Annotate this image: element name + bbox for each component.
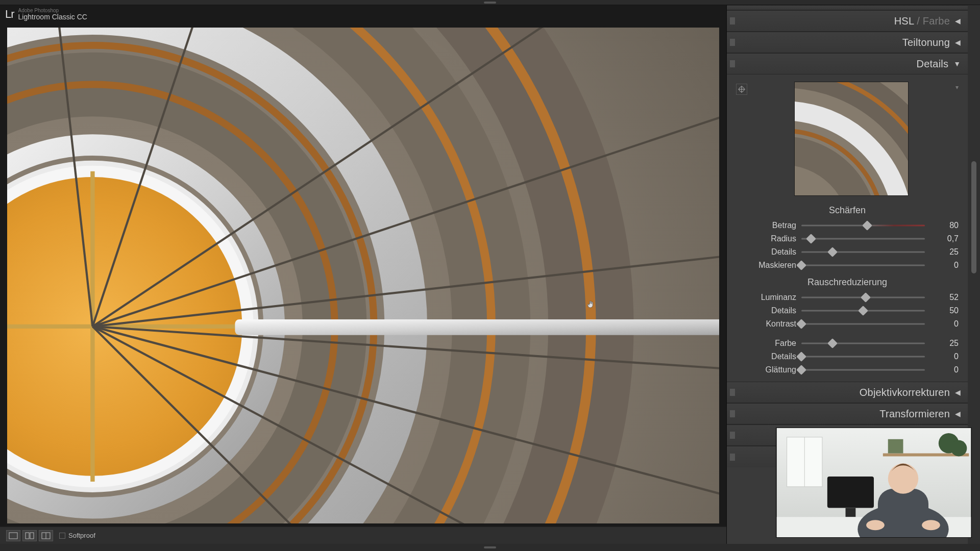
view-compare-button[interactable] [39, 530, 53, 541]
photo-preview [7, 28, 719, 523]
slider-label: Kontrast [736, 319, 796, 329]
panel-toggle-switch[interactable] [730, 389, 735, 396]
svg-rect-50 [878, 489, 928, 529]
collapse-icon: ◀ [955, 388, 961, 396]
panel-hsl-header[interactable]: HSL / Farbe ◀ [727, 10, 968, 32]
slider-label: Radius [736, 234, 796, 243]
noise-smooth-slider[interactable]: Glättung 0 [736, 363, 959, 377]
slider-label: Details [736, 306, 796, 315]
hand-cursor-icon [587, 300, 595, 309]
svg-rect-27 [30, 533, 34, 539]
slider-label: Betrag [736, 221, 796, 230]
svg-point-45 [951, 440, 967, 457]
app-brand: Lr Adobe Photoshop Lightroom Classic CC [0, 5, 726, 23]
hsl-label: HSL [894, 15, 914, 27]
detail-preview[interactable] [794, 82, 909, 196]
slider-value[interactable]: 0 [930, 261, 959, 270]
bottom-grip[interactable] [0, 544, 980, 551]
splittoning-label: Teiltonung [902, 37, 950, 48]
noise-luminance-slider[interactable]: Luminanz 52 [736, 291, 959, 304]
panel-splittoning-header[interactable]: Teiltonung ◀ [727, 32, 968, 53]
top-grip[interactable] [0, 0, 980, 5]
image-canvas[interactable] [7, 28, 719, 523]
collapse-icon: ◀ [955, 410, 961, 418]
view-split-button[interactable] [22, 530, 37, 541]
slider-value[interactable]: 52 [930, 293, 959, 302]
svg-rect-24 [235, 319, 719, 335]
svg-point-51 [888, 463, 918, 493]
noise-color-slider[interactable]: Farbe 25 [736, 337, 959, 350]
details-label: Details [917, 58, 949, 70]
softproof-checkbox[interactable] [59, 533, 65, 539]
farbe-label: Farbe [923, 15, 950, 27]
svg-rect-43 [888, 439, 903, 454]
sharpen-mask-slider[interactable]: Maskieren 0 [736, 259, 959, 272]
crosshair-icon [738, 86, 745, 93]
slider-label: Maskieren [736, 261, 796, 270]
collapse-icon: ◀ [955, 17, 961, 25]
app-logo: Lr [5, 8, 14, 21]
noise-contrast-slider[interactable]: Kontrast 0 [736, 317, 959, 331]
slider-label: Luminanz [736, 293, 796, 302]
svg-rect-47 [846, 508, 856, 517]
sharpen-radius-slider[interactable]: Radius 0,7 [736, 232, 959, 245]
detail-target-tool[interactable] [736, 84, 747, 95]
expand-icon: ▼ [953, 60, 961, 68]
brand-name: Lightroom Classic CC [18, 13, 87, 20]
svg-rect-46 [827, 477, 874, 508]
slider-value[interactable]: 0 [930, 365, 959, 374]
presenter-webcam [776, 428, 972, 538]
develop-right-panel: HSL / Farbe ◀ Teiltonung ◀ Details ▼ [727, 5, 980, 544]
noise-ldetail-slider[interactable]: Details 50 [736, 304, 959, 317]
canvas-column: Lr Adobe Photoshop Lightroom Classic CC [0, 5, 727, 544]
sharpen-title: Schärfen [736, 205, 959, 216]
svg-rect-26 [26, 533, 29, 539]
sharpen-amount-slider[interactable]: Betrag 80 [736, 219, 959, 232]
noise-title: Rauschreduzierung [736, 277, 959, 288]
slider-value[interactable]: 25 [930, 247, 959, 257]
svg-point-53 [922, 520, 940, 530]
panel-lens-header[interactable]: Objektivkorrekturen ◀ [727, 382, 968, 403]
view-single-button[interactable] [6, 530, 20, 541]
panel-tonecurve-edge[interactable] [727, 5, 968, 10]
transform-label: Transformieren [879, 408, 950, 420]
slider-label: Details [736, 247, 796, 257]
slider-value[interactable]: 50 [930, 306, 959, 315]
hsl-sep: / [914, 15, 922, 27]
slider-label: Details [736, 352, 796, 361]
softproof-label: Softproof [68, 532, 95, 539]
slider-label: Farbe [736, 339, 796, 348]
panel-transform-header[interactable]: Transformieren ◀ [727, 403, 968, 424]
panel-toggle-switch[interactable] [730, 432, 735, 439]
panel-toggle-switch[interactable] [730, 17, 735, 24]
scrollbar-thumb[interactable] [971, 161, 976, 273]
slider-value[interactable]: 0 [930, 319, 959, 329]
sharpen-detail-slider[interactable]: Details 25 [736, 245, 959, 259]
panel-toggle-switch[interactable] [730, 410, 735, 417]
panel-details-body: ▾ Schärfen Betrag 80 Radius 0,7 [727, 74, 968, 382]
lens-label: Objektivkorrekturen [860, 387, 950, 398]
svg-point-52 [866, 520, 885, 530]
panel-toggle-switch[interactable] [730, 39, 735, 46]
slider-value[interactable]: 0,7 [930, 234, 959, 243]
slider-label: Glättung [736, 365, 796, 374]
svg-rect-25 [9, 533, 17, 539]
slider-value[interactable]: 0 [930, 352, 959, 361]
softproof-toggle[interactable]: Softproof [59, 532, 95, 539]
slider-value[interactable]: 80 [930, 221, 959, 230]
collapse-icon: ◀ [955, 38, 961, 46]
view-mode-group [6, 530, 53, 541]
slider-value[interactable]: 25 [930, 339, 959, 348]
noise-cdetail-slider[interactable]: Details 0 [736, 350, 959, 363]
preview-options-caret[interactable]: ▾ [955, 84, 959, 91]
panel-toggle-switch[interactable] [730, 60, 735, 67]
panel-toggle-switch[interactable] [730, 454, 735, 461]
panel-details-header[interactable]: Details ▼ [727, 53, 968, 74]
canvas-bottombar: Softproof [0, 527, 726, 544]
